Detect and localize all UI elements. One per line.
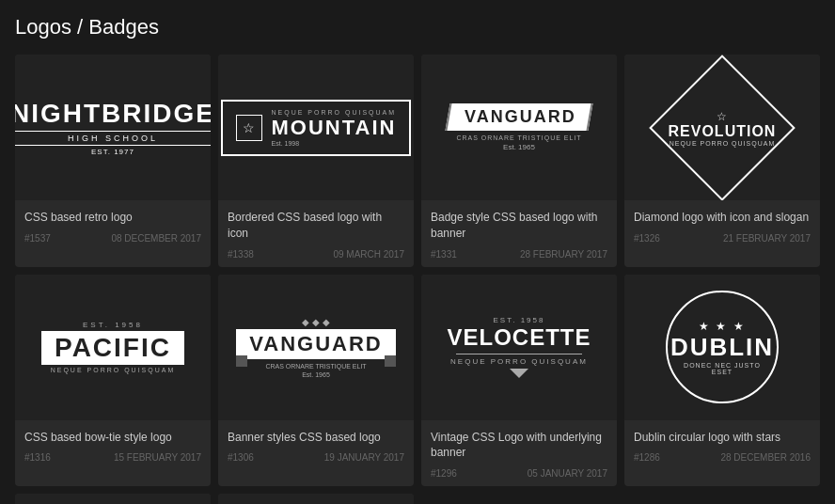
card-pacific[interactable]: EST. 1958 PACIFIC NEQUE PORRO QUISQUAM C… bbox=[15, 275, 211, 487]
vanguard-banner-tagline: CRAS ORNARE TRISTIQUE ELIT bbox=[236, 363, 395, 370]
logo-vanguard-badge: VANGUARD CRAS ORNARE TRISTIQUE ELIT Est.… bbox=[453, 103, 585, 151]
card-title-mountain: Bordered CSS based logo with icon bbox=[228, 210, 404, 242]
card-info-velocette: Vintage CSS Logo with underlying banner … bbox=[421, 420, 617, 487]
logo-mountain: ☆ NEQUE PORRO QUISQUAM MOUNTAIN Est. 199… bbox=[221, 100, 412, 156]
nightbridge-sub: HIGH SCHOOL bbox=[15, 131, 211, 146]
card-preview-vanguard-banner: ◆ ◆ ◆ VANGUARD CRAS ORNARE TRISTIQUE ELI… bbox=[218, 275, 414, 420]
dublin-main: DUBLIN bbox=[670, 333, 774, 362]
card-revolution[interactable]: ☆ REVOLUTION NEQUE PORRO QUISQUAM Diamon… bbox=[624, 55, 820, 267]
vanguard-banner-main: VANGUARD bbox=[236, 329, 395, 359]
card-info-revolution: Diamond logo with icon and slogan #1326 … bbox=[624, 200, 820, 251]
card-velocette[interactable]: EST. 1958 VELOCETTE NEQUE PORRO QUISQUAM… bbox=[421, 275, 617, 487]
card-westwood[interactable]: W WESTWOOD CRAS ORNARE. TRISTIQUE Westwo… bbox=[15, 494, 211, 504]
card-id-vanguard-banner: #1306 bbox=[228, 452, 254, 463]
pacific-main: PACIFIC bbox=[41, 331, 184, 365]
card-preview-nightbridge: NIGHTBRIDGE HIGH SCHOOL EST. 1977 bbox=[15, 55, 211, 200]
card-id-velocette: #1296 bbox=[431, 468, 457, 479]
card-date-revolution: 21 FEBRUARY 2017 bbox=[723, 233, 811, 244]
card-id-pacific: #1316 bbox=[24, 452, 51, 463]
mountain-right: NEQUE PORRO QUISQUAM MOUNTAIN Est. 1998 bbox=[272, 109, 397, 147]
dublin-tagline: DONEC NEC JUSTO ESET bbox=[672, 362, 772, 375]
card-date-pacific: 15 FEBRUARY 2017 bbox=[114, 452, 201, 463]
card-meta-vanguard-banner: #1306 19 JANUARY 2017 bbox=[228, 452, 404, 463]
card-date-vanguard-badge: 28 FEBRUARY 2017 bbox=[520, 249, 607, 260]
logo-vanguard-banner: ◆ ◆ ◆ VANGUARD CRAS ORNARE TRISTIQUE ELI… bbox=[236, 317, 395, 378]
card-preview-westwood: W WESTWOOD CRAS ORNARE. TRISTIQUE bbox=[15, 494, 211, 504]
diamond-inner: ☆ REVOLUTION NEQUE PORRO QUISQUAM bbox=[669, 109, 777, 146]
card-meta-revolution: #1326 21 FEBRUARY 2017 bbox=[634, 233, 811, 244]
card-nightbridge[interactable]: NIGHTBRIDGE HIGH SCHOOL EST. 1977 CSS ba… bbox=[15, 55, 211, 267]
velocette-line bbox=[456, 354, 581, 354]
card-info-nightbridge: CSS based retro logo #1537 08 DECEMBER 2… bbox=[15, 200, 211, 251]
revolution-star: ☆ bbox=[669, 109, 777, 122]
nightbridge-year: EST. 1977 bbox=[15, 148, 211, 156]
card-date-mountain: 09 MARCH 2017 bbox=[333, 249, 404, 260]
page-title: Logos / Badges bbox=[15, 15, 820, 39]
card-preview-revolution: ☆ REVOLUTION NEQUE PORRO QUISQUAM bbox=[624, 55, 820, 200]
card-meta-mountain: #1338 09 MARCH 2017 bbox=[228, 249, 404, 260]
card-id-vanguard-badge: #1331 bbox=[431, 249, 457, 260]
card-date-nightbridge: 08 DECEMBER 2017 bbox=[111, 233, 201, 244]
vanguard-badge-tagline: CRAS ORNARE TRISTIQUE ELIT bbox=[453, 134, 585, 141]
logo-velocette: EST. 1958 VELOCETTE NEQUE PORRO QUISQUAM bbox=[447, 316, 591, 378]
dublin-stars: ★ ★ ★ bbox=[699, 320, 746, 333]
card-title-dublin: Dublin circular logo with stars bbox=[634, 430, 811, 446]
card-info-dublin: Dublin circular logo with stars #1286 28… bbox=[624, 420, 820, 471]
vanguard-badge-est: Est. 1965 bbox=[453, 143, 585, 151]
mountain-below: Est. 1998 bbox=[272, 140, 300, 147]
card-dublin[interactable]: ★ ★ ★ DUBLIN DONEC NEC JUSTO ESET Dublin… bbox=[624, 275, 820, 487]
card-info-pacific: CSS based bow-tie style logo #1316 15 FE… bbox=[15, 420, 211, 471]
card-meta-pacific: #1316 15 FEBRUARY 2017 bbox=[24, 452, 201, 463]
card-id-revolution: #1326 bbox=[634, 233, 660, 244]
card-preview-vanguard-badge: VANGUARD CRAS ORNARE TRISTIQUE ELIT Est.… bbox=[421, 55, 617, 200]
card-preview-velocette: EST. 1958 VELOCETTE NEQUE PORRO QUISQUAM bbox=[421, 275, 617, 420]
logo-grid: NIGHTBRIDGE HIGH SCHOOL EST. 1977 CSS ba… bbox=[15, 55, 820, 504]
card-title-revolution: Diamond logo with icon and slogan bbox=[634, 210, 811, 226]
vanguard-badge-main: VANGUARD bbox=[453, 103, 585, 131]
card-id-mountain: #1338 bbox=[228, 249, 254, 260]
card-preview-dublin: ★ ★ ★ DUBLIN DONEC NEC JUSTO ESET bbox=[624, 275, 820, 420]
card-preview-pacific: EST. 1958 PACIFIC NEQUE PORRO QUISQUAM bbox=[15, 275, 211, 420]
card-mountain[interactable]: ☆ NEQUE PORRO QUISQUAM MOUNTAIN Est. 199… bbox=[218, 55, 414, 267]
card-title-vanguard-badge: Badge style CSS based logo with banner bbox=[431, 210, 607, 242]
velocette-main: VELOCETTE bbox=[447, 324, 591, 351]
revolution-main: REVOLUTION bbox=[669, 122, 777, 139]
logo-nightbridge: NIGHTBRIDGE HIGH SCHOOL EST. 1977 bbox=[15, 99, 211, 156]
card-meta-velocette: #1296 05 JANUARY 2017 bbox=[431, 468, 607, 479]
mountain-main: MOUNTAIN bbox=[272, 116, 397, 140]
card-preview-mozarella: ☆ ☆ ☆ MOZARELLA bbox=[218, 494, 414, 504]
card-date-velocette: 05 JANUARY 2017 bbox=[528, 468, 607, 479]
card-meta-nightbridge: #1537 08 DECEMBER 2017 bbox=[24, 233, 201, 244]
card-date-vanguard-banner: 19 JANUARY 2017 bbox=[324, 452, 404, 463]
card-title-velocette: Vintage CSS Logo with underlying banner bbox=[431, 430, 607, 462]
card-id-nightbridge: #1537 bbox=[24, 233, 51, 244]
card-mozarella[interactable]: ☆ ☆ ☆ MOZARELLA Mozarella stars banner l… bbox=[218, 494, 414, 504]
pacific-tagline: NEQUE PORRO QUISQUAM bbox=[41, 367, 184, 373]
card-title-nightbridge: CSS based retro logo bbox=[24, 210, 201, 226]
logo-pacific: EST. 1958 PACIFIC NEQUE PORRO QUISQUAM bbox=[41, 321, 184, 373]
velocette-tagline: NEQUE PORRO QUISQUAM bbox=[447, 357, 591, 366]
card-date-dublin: 28 DECEMBER 2016 bbox=[720, 452, 811, 463]
revolution-sub: NEQUE PORRO QUISQUAM bbox=[669, 139, 777, 146]
logo-dublin: ★ ★ ★ DUBLIN DONEC NEC JUSTO ESET bbox=[666, 291, 779, 403]
logo-revolution: ☆ REVOLUTION NEQUE PORRO QUISQUAM bbox=[670, 76, 774, 180]
vanguard-banner-diamonds: ◆ ◆ ◆ bbox=[236, 317, 395, 327]
card-title-vanguard-banner: Banner styles CSS based logo bbox=[228, 430, 404, 446]
mountain-star-box: ☆ bbox=[236, 115, 262, 141]
card-vanguard-badge[interactable]: VANGUARD CRAS ORNARE TRISTIQUE ELIT Est.… bbox=[421, 55, 617, 267]
card-id-dublin: #1286 bbox=[634, 452, 660, 463]
card-vanguard-banner[interactable]: ◆ ◆ ◆ VANGUARD CRAS ORNARE TRISTIQUE ELI… bbox=[218, 275, 414, 487]
nightbridge-main: NIGHTBRIDGE bbox=[15, 99, 211, 129]
pacific-est: EST. 1958 bbox=[41, 321, 184, 329]
diamond-shape: ☆ REVOLUTION NEQUE PORRO QUISQUAM bbox=[649, 55, 796, 200]
velocette-arrow bbox=[510, 369, 528, 378]
vanguard-banner-est: Est. 1965 bbox=[236, 371, 395, 378]
card-meta-vanguard-badge: #1331 28 FEBRUARY 2017 bbox=[431, 249, 607, 260]
card-preview-mountain: ☆ NEQUE PORRO QUISQUAM MOUNTAIN Est. 199… bbox=[218, 55, 414, 200]
dublin-circle: ★ ★ ★ DUBLIN DONEC NEC JUSTO ESET bbox=[666, 291, 779, 403]
card-info-vanguard-badge: Badge style CSS based logo with banner #… bbox=[421, 200, 617, 267]
card-info-mountain: Bordered CSS based logo with icon #1338 … bbox=[218, 200, 414, 267]
velocette-est: EST. 1958 bbox=[447, 316, 591, 324]
card-info-vanguard-banner: Banner styles CSS based logo #1306 19 JA… bbox=[218, 420, 414, 471]
card-meta-dublin: #1286 28 DECEMBER 2016 bbox=[634, 452, 811, 463]
